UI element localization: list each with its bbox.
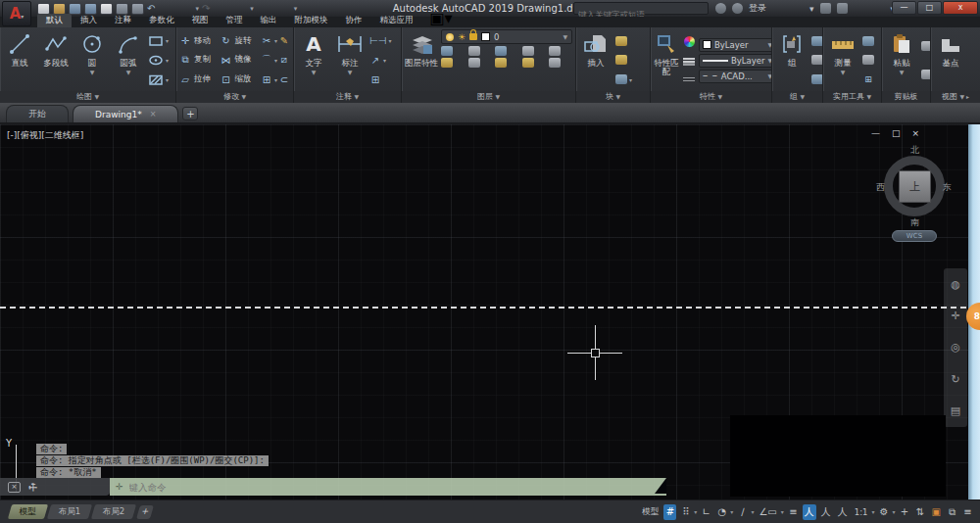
offset-tool[interactable]: ⊂ <box>278 74 290 85</box>
construction-xline[interactable] <box>0 307 966 309</box>
layer-dropdown-caret-icon[interactable]: ▼ <box>563 33 567 40</box>
polar-dropdown-icon[interactable]: ▾ <box>730 508 733 515</box>
ellipse-dropdown-icon[interactable]: ▾ <box>166 57 169 64</box>
rectangle-dropdown-icon[interactable]: ▾ <box>166 37 169 44</box>
dimension-tool[interactable]: 标注 ▼ <box>333 29 367 91</box>
layer-thaw-icon[interactable]: ☀ <box>458 33 466 41</box>
edit-attributes-tool[interactable]: ▾ <box>615 74 632 84</box>
layer-match-icon[interactable] <box>549 58 561 68</box>
layout-tab-layout1[interactable]: 布局1 <box>47 504 93 519</box>
group-tool[interactable]: 组 <box>775 29 808 91</box>
array-tool[interactable]: ⊞▾ <box>261 74 277 85</box>
new-file-icon[interactable] <box>37 3 50 15</box>
minimize-button[interactable]: — <box>892 1 916 15</box>
command-close-icon[interactable]: × <box>8 482 21 493</box>
hatch-dropdown-icon[interactable]: ▾ <box>166 76 169 83</box>
viewcube[interactable]: 北 西 东 南 上 WCS <box>880 142 953 244</box>
layout-tab-model[interactable]: 模型 <box>8 504 48 519</box>
linear-dim-tool[interactable]: ⊢⊣▾ <box>369 35 391 46</box>
app-store-cart-icon[interactable] <box>820 3 831 14</box>
rotate-tool[interactable]: ↻旋转 <box>220 32 261 49</box>
panel-utilities-label[interactable]: 实用工具 ▼ <box>823 91 881 103</box>
lineweight-icon[interactable]: ≡ <box>787 504 800 520</box>
file-tab-close-icon[interactable]: × <box>150 110 157 119</box>
layer-unisolate-icon[interactable] <box>441 58 453 68</box>
tab-parametric[interactable]: 参数化 <box>140 14 183 27</box>
signin-dropdown-icon[interactable]: ▾ <box>809 4 814 14</box>
edit-block-tool[interactable] <box>615 55 632 65</box>
layer-thaw-all-icon[interactable] <box>468 58 480 68</box>
annotation-scale[interactable]: 1:1 <box>853 504 870 520</box>
calculator-icon[interactable]: ⊞ <box>862 74 874 84</box>
export-icon[interactable] <box>116 3 128 15</box>
line-tool[interactable]: 直线 <box>3 29 36 91</box>
move-tool[interactable]: ✛移动 <box>179 32 220 49</box>
layer-on-all-icon[interactable] <box>495 58 507 68</box>
file-tab-start[interactable]: 开始 <box>6 105 69 122</box>
hatch-tool[interactable]: ▾ <box>148 74 169 85</box>
erase-tool[interactable]: ✎ <box>278 35 290 46</box>
panel-properties-label[interactable]: 特性 ▼ <box>651 91 771 103</box>
layer-isolate-icon[interactable] <box>468 46 480 56</box>
panel-layers-label[interactable]: 图层 ▼ <box>402 91 575 103</box>
wcs-button[interactable]: WCS <box>892 230 937 242</box>
tab-annotate[interactable]: 注释 <box>106 14 140 27</box>
new-drawing-tab-button[interactable]: + <box>182 107 198 120</box>
ungroup-icon[interactable] <box>811 36 822 46</box>
layer-off-icon[interactable] <box>441 46 453 56</box>
stretch-tool[interactable]: ▱拉伸 <box>179 71 220 88</box>
layer-properties-tool[interactable]: 图层特性 <box>405 29 438 91</box>
annotation-monitor-icon[interactable]: + <box>899 504 911 520</box>
maximize-button[interactable]: □ <box>917 1 942 15</box>
polyline-tool[interactable]: 多段线 <box>39 29 73 91</box>
redo-dropdown-icon[interactable]: ▾ <box>250 5 254 13</box>
polar-tracking-icon[interactable]: ◔ <box>715 504 728 520</box>
plot-icon[interactable] <box>131 3 144 15</box>
viewcube-east[interactable]: 东 <box>943 181 952 194</box>
lineweight-list-icon[interactable] <box>682 58 696 66</box>
layer-unlock2-icon[interactable] <box>522 58 534 68</box>
explode-tool[interactable]: ⧄ <box>278 54 290 66</box>
paste-dropdown-icon[interactable]: ▼ <box>900 68 905 76</box>
command-customize-wrench-icon[interactable]: ⚒ <box>25 480 39 494</box>
dimension-dropdown-icon[interactable]: ▼ <box>348 68 353 76</box>
save-icon[interactable] <box>69 3 81 15</box>
panel-view-label[interactable]: 视图 ▼ ▸ <box>931 91 980 103</box>
pan-icon[interactable]: ✛ <box>951 309 959 322</box>
tab-default[interactable]: 默认 <box>37 14 72 27</box>
layer-on-icon[interactable] <box>446 33 454 41</box>
viewport-controls-label[interactable]: [-][俯视][二维线框] <box>7 129 83 142</box>
open-file-icon[interactable] <box>53 3 66 15</box>
customization-icon[interactable]: ≡ <box>961 504 974 520</box>
graphics-performance-icon[interactable]: ▣ <box>930 504 943 520</box>
panel-groups-label[interactable]: 组 ▼ <box>772 91 822 103</box>
layer-freeze-icon[interactable] <box>495 46 507 56</box>
workspace-dropdown-icon[interactable]: ▾ <box>893 508 896 515</box>
command-bar-resize-handle[interactable] <box>655 478 666 494</box>
leader-tool[interactable]: ↗▾ <box>369 55 391 66</box>
text-tool[interactable]: A 文字 ▼ <box>297 29 330 91</box>
viewcube-north[interactable]: 北 <box>910 144 919 157</box>
isolate-objects-icon[interactable]: ⇅ <box>914 504 927 520</box>
measure-tool[interactable]: 测量 ▼ <box>826 29 859 91</box>
search-icon[interactable] <box>715 3 726 14</box>
linetype-dropdown[interactable]: ‒ ‒ ACAD...▼ <box>699 70 771 83</box>
layer-lock-icon[interactable] <box>522 46 534 56</box>
save-as-icon[interactable] <box>84 3 97 15</box>
arc-tool[interactable]: 圆弧 ▼ <box>112 29 145 91</box>
text-dropdown-icon[interactable]: ▼ <box>312 68 317 76</box>
arc-dropdown-icon[interactable]: ▼ <box>126 68 131 76</box>
help-search-box[interactable] <box>573 2 709 15</box>
viewport-minimize-icon[interactable]: — <box>871 128 880 138</box>
qat-customize-icon[interactable]: ▾ <box>294 5 298 13</box>
base-point-tool[interactable]: 基点 <box>934 29 967 91</box>
object-snap-icon[interactable]: ∠▭ <box>757 504 778 520</box>
circle-dropdown-icon[interactable]: ▼ <box>90 68 95 76</box>
command-line-bar[interactable]: × ⚒ ✛ <box>0 478 666 496</box>
circle-tool[interactable]: 圆 ▼ <box>75 29 109 91</box>
isometric-drafting-icon[interactable]: ∕ <box>736 504 749 520</box>
viewcube-west[interactable]: 西 <box>876 181 885 194</box>
copy-tool[interactable]: ⧉复制 <box>179 52 220 69</box>
command-input[interactable] <box>129 482 666 493</box>
tab-featured-apps[interactable]: 精选应用 <box>371 14 422 27</box>
